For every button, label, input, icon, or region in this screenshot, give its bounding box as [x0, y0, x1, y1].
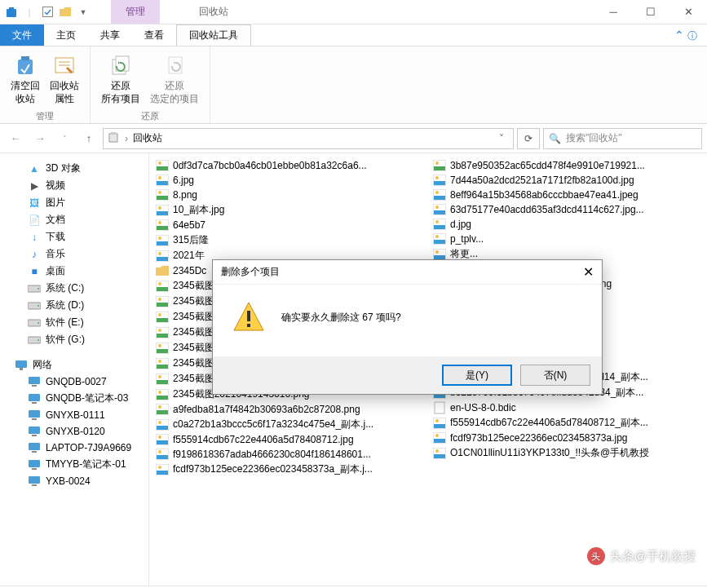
tree-item-文档[interactable]: 📄文档: [3, 211, 145, 228]
file-item[interactable]: 10_副本.jpg: [151, 202, 428, 218]
restore-all-button[interactable]: 还原 所有项目: [97, 50, 144, 108]
file-item[interactable]: 7d44a50a2dcd2521a7171f2fb82a100d.jpg: [428, 173, 705, 188]
recent-dropdown[interactable]: ˅: [54, 128, 75, 149]
file-item[interactable]: d.jpg: [428, 217, 705, 232]
restore-selected-button[interactable]: 还原 选定的项目: [146, 50, 203, 108]
tree-item-network[interactable]: 网络: [3, 356, 145, 374]
file-item[interactable]: f555914cdb67c22e4406a5d78408712.jpg: [151, 432, 428, 447]
file-item[interactable]: fcdf973b125ece22366ec023458373a.jpg: [428, 431, 705, 445]
svg-point-39: [158, 161, 161, 165]
svg-rect-145: [435, 402, 444, 413]
file-type-icon: [433, 203, 446, 216]
file-item[interactable]: 8eff964a15b34568ab6cccbbae47ea41.jpeg: [428, 188, 705, 202]
file-item[interactable]: p_tplv...: [428, 232, 705, 246]
menubar: 文件 主页 共享 查看 回收站工具 ⌃ ⓘ: [0, 24, 707, 46]
tree-item-GNQDB-0027[interactable]: GNQDB-0027: [3, 374, 145, 390]
tree-item-图片[interactable]: 🖼图片: [3, 194, 145, 211]
svg-point-102: [435, 176, 439, 179]
help-dropdown[interactable]: ⌃ ⓘ: [665, 24, 707, 46]
file-item[interactable]: 3b87e950352ac65cdd478f4e9910e719921...: [428, 158, 705, 173]
file-item[interactable]: en-US-8-0.bdic: [428, 400, 705, 415]
file-item[interactable]: 64e5b7: [151, 218, 428, 232]
searchbox[interactable]: 🔍 搜索"回收站": [543, 128, 702, 149]
tree-item-GNQDB-笔记本-03[interactable]: GNQDB-笔记本-03: [3, 390, 145, 407]
svg-rect-12: [111, 132, 116, 135]
file-item[interactable]: 0df3d7ca7bcb0a46cb01ebbe0b81a32c6a6...: [151, 158, 428, 173]
up-button[interactable]: ↑: [78, 128, 99, 149]
file-item[interactable]: 6.jpg: [151, 173, 428, 188]
tree-item-GNYXB-0111[interactable]: GNYXB-0111: [3, 407, 145, 423]
file-item[interactable]: O1CN01llinU11i3YKP133t0_!!头条@手机教授: [428, 445, 705, 461]
svg-rect-101: [434, 181, 445, 185]
computer-icon: [28, 475, 41, 488]
svg-point-14: [38, 288, 39, 290]
svg-point-45: [158, 191, 161, 194]
svg-point-16: [38, 305, 39, 307]
tree-item-下载[interactable]: ↓下载: [3, 228, 145, 245]
back-button[interactable]: ←: [5, 128, 26, 149]
computer-icon: [28, 375, 41, 388]
close-button[interactable]: ✕: [669, 0, 707, 24]
tree-icon: [28, 299, 41, 312]
file-item[interactable]: f9198618367adab4666230c804f186148601...: [151, 447, 428, 462]
tree-item-音乐[interactable]: ♪音乐: [3, 245, 145, 263]
forward-button[interactable]: →: [29, 128, 51, 149]
recycle-props-button[interactable]: 回收站 属性: [46, 50, 83, 108]
file-type-icon: [433, 188, 446, 201]
svg-rect-68: [157, 334, 168, 338]
tree-item-桌面[interactable]: ■桌面: [3, 263, 145, 280]
tree-item-3D 对象[interactable]: ▲3D 对象: [3, 160, 145, 177]
yes-button[interactable]: 是(Y): [442, 365, 512, 386]
svg-point-81: [158, 391, 161, 394]
tree-item-软件 (G:)[interactable]: 软件 (G:): [3, 331, 145, 348]
file-name: 2021年: [173, 249, 205, 263]
tree-item-系统 (C:)[interactable]: 系统 (C:): [3, 280, 145, 297]
svg-rect-31: [29, 443, 40, 450]
file-name: c0a272b1a3bccc5c6f17a3234c475e4_副本.j...: [173, 418, 373, 431]
breadcrumb-location[interactable]: 回收站: [133, 131, 162, 145]
file-type-icon: [156, 234, 169, 247]
file-item[interactable]: c0a272b1a3bccc5c6f17a3234c475e4_副本.j...: [151, 417, 428, 432]
tree-item-LAPTOP-7J9A9669[interactable]: LAPTOP-7J9A9669: [3, 440, 145, 456]
tree-label: 图片: [46, 196, 65, 210]
empty-recycle-button[interactable]: 清空回 收站: [7, 50, 44, 108]
restore-sel-label: 还原 选定的项目: [150, 80, 199, 105]
file-name: en-US-8-0.bdic: [450, 402, 516, 413]
view-tab[interactable]: 查看: [132, 24, 176, 46]
no-button[interactable]: 否(N): [520, 365, 590, 386]
svg-rect-38: [157, 166, 168, 170]
tree-item-系统 (D:)[interactable]: 系统 (D:): [3, 297, 145, 314]
checkbox-icon[interactable]: [41, 6, 54, 19]
tree-item-软件 (E:)[interactable]: 软件 (E:): [3, 314, 145, 331]
svg-point-148: [435, 419, 439, 422]
file-item[interactable]: 8.png: [151, 188, 428, 202]
recycle-tools-tab[interactable]: 回收站工具: [176, 24, 251, 46]
addressbar[interactable]: › 回收站 ˅: [103, 128, 514, 149]
file-item[interactable]: f555914cdb67c22e4406a5d78408712_副本...: [428, 415, 705, 431]
sidebar: ▲3D 对象▶视频🖼图片📄文档↓下载♪音乐■桌面系统 (C:)系统 (D:)软件…: [0, 153, 149, 586]
minimize-button[interactable]: ─: [594, 0, 632, 24]
file-item[interactable]: 63d75177e40acdd635af3dcd4114c627.jpg...: [428, 202, 705, 217]
file-item[interactable]: a9fedba81a7f4842b30693a6b2c87208.png: [151, 402, 428, 417]
svg-rect-150: [434, 439, 445, 443]
group-restore-label: 还原: [97, 108, 203, 122]
tree-item-视频[interactable]: ▶视频: [3, 177, 145, 194]
file-tab[interactable]: 文件: [0, 24, 44, 46]
computer-icon: [28, 392, 41, 405]
tree-item-GNYXB-0120[interactable]: GNYXB-0120: [3, 423, 145, 440]
share-tab[interactable]: 共享: [88, 24, 132, 46]
tree-item-YXB-0024[interactable]: YXB-0024: [3, 473, 145, 489]
maximize-button[interactable]: ☐: [632, 0, 669, 24]
address-dropdown[interactable]: ˅: [493, 133, 510, 144]
svg-point-75: [158, 360, 161, 363]
qat-folder-icon[interactable]: [59, 6, 72, 19]
svg-rect-98: [434, 166, 445, 170]
dropdown-icon[interactable]: ▼: [77, 6, 90, 19]
tree-item-TMYYB-笔记本-01[interactable]: TMYYB-笔记本-01: [3, 456, 145, 473]
file-item[interactable]: 315后隆: [151, 232, 428, 248]
dialog-close-button[interactable]: ✕: [583, 264, 594, 280]
home-tab[interactable]: 主页: [44, 24, 88, 46]
refresh-button[interactable]: ⟳: [517, 128, 540, 149]
file-item[interactable]: fcdf973b125ece22366ec023458373a_副本.j...: [151, 462, 428, 477]
tree-icon: ♪: [28, 248, 41, 261]
